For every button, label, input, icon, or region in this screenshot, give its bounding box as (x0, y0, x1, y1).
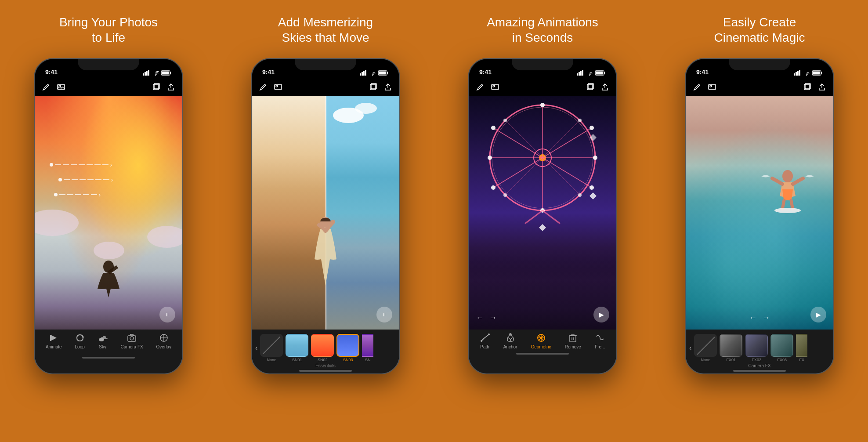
layers-icon-1[interactable] (152, 83, 160, 91)
fx-label-fx03: FX03 (778, 358, 787, 362)
fx-thumb-fx04[interactable] (796, 334, 807, 357)
layers-icon-4[interactable] (803, 83, 811, 91)
brush-icon-3[interactable] (476, 83, 485, 91)
sky-thumb-none[interactable] (260, 334, 283, 357)
svg-rect-92 (813, 72, 820, 75)
fx-thumb-fx03[interactable] (770, 334, 793, 357)
dash (103, 179, 109, 180)
path-tab[interactable]: Path (480, 333, 490, 349)
photo-icon-1[interactable] (57, 83, 65, 91)
share-icon-2[interactable] (383, 83, 392, 91)
camerafx-tab[interactable]: Camera FX (121, 333, 143, 349)
status-icons-2 (360, 70, 389, 76)
sky-sn03-option[interactable]: SN03 (336, 334, 359, 362)
panel-3-title: Amazing Animationsin Seconds (487, 12, 598, 47)
share-icon-4[interactable] (817, 83, 826, 91)
brush-icon-4[interactable] (693, 83, 702, 91)
panel-2: Add MesmerizingSkies that Move 9:41 (217, 0, 434, 442)
fx02-option[interactable]: FX02 (745, 334, 768, 362)
animate-icon (49, 333, 58, 343)
play-icon-3: ▶ (599, 311, 604, 318)
dash (59, 194, 65, 195)
photo-icon-4[interactable] (708, 83, 716, 91)
fx-chevron-left[interactable]: ‹ (689, 344, 691, 352)
nav-right-4[interactable]: → (762, 313, 770, 322)
svg-rect-32 (579, 72, 580, 76)
sky-sn02-option[interactable]: SN02 (311, 334, 334, 362)
sky-tab[interactable]: Sky (98, 333, 108, 349)
svg-rect-24 (379, 72, 386, 75)
play-button-4[interactable]: ▶ (810, 307, 826, 322)
svg-rect-1 (145, 72, 146, 76)
dot-2 (58, 178, 62, 181)
sky-chevron-left[interactable]: ‹ (255, 344, 257, 352)
geometric-tab[interactable]: Geometric (531, 333, 551, 349)
share-icon-3[interactable] (600, 83, 609, 91)
photo-icon-3[interactable] (491, 83, 499, 91)
nav-right-3[interactable]: → (489, 313, 497, 322)
share-icon-1[interactable] (166, 83, 175, 91)
layers-icon-3[interactable] (586, 83, 594, 91)
animate-tab[interactable]: Animate (46, 333, 62, 349)
brush-icon-2[interactable] (259, 83, 268, 91)
pause-button-2[interactable]: ⏸ (376, 307, 392, 322)
sky-thumb-sn04[interactable] (362, 334, 373, 357)
brush-icon-1[interactable] (42, 83, 51, 91)
fx03-option[interactable]: FX03 (770, 334, 793, 362)
home-indicator-1 (82, 353, 135, 362)
anchor-tab[interactable]: Anchor (503, 333, 517, 349)
remove-tab[interactable]: Remove (565, 333, 581, 349)
battery-icon-4 (812, 70, 823, 76)
svg-rect-7 (162, 72, 169, 75)
dash (72, 179, 78, 180)
fx-none-option[interactable]: None (694, 334, 717, 362)
sky-selector: ‹ None SN01 (252, 330, 399, 373)
overlay-tab[interactable]: Overlay (156, 333, 171, 349)
ferris-container: ← → ▶ (469, 96, 616, 330)
sky-sn04-option[interactable]: SN (362, 334, 373, 362)
fx04-option[interactable]: FX (796, 334, 807, 362)
control-tabs-1: Animate Loop (35, 333, 182, 349)
notch-2 (295, 59, 356, 70)
toolbar-left-3 (476, 83, 499, 91)
layers-icon-2[interactable] (369, 83, 377, 91)
fx-thumb-none[interactable] (694, 334, 717, 357)
sky-thumb-sn03[interactable] (336, 334, 359, 357)
fx-thumb-fx01[interactable] (720, 334, 742, 357)
geometric-icon (536, 333, 546, 343)
sky-thumb-sn02[interactable] (311, 334, 334, 357)
pause-button-1[interactable]: ⏸ (159, 307, 175, 322)
svg-rect-0 (143, 73, 144, 76)
nav-left-4[interactable]: ← (749, 313, 757, 322)
loop-label: Loop (75, 344, 85, 349)
svg-rect-6 (170, 72, 171, 74)
wifi-icon-4 (803, 70, 810, 76)
svg-rect-3 (148, 70, 149, 76)
motion-line-1: › (50, 161, 168, 168)
path-bar: Path Anchor (469, 330, 616, 373)
toolbar-left-1 (42, 83, 65, 91)
sky-none-option[interactable]: None (260, 334, 283, 362)
svg-point-59 (540, 103, 545, 107)
geometric-label: Geometric (531, 344, 551, 349)
play-icon-4: ▶ (816, 311, 821, 318)
fx01-option[interactable]: FX01 (720, 334, 742, 362)
free-tab[interactable]: Fre... (595, 333, 605, 349)
photo-icon-2[interactable] (274, 83, 282, 91)
dash (64, 179, 70, 180)
sky-sn01-option[interactable]: SN01 (286, 334, 308, 362)
motion-line-3: › (54, 191, 168, 198)
signal-icon-3 (577, 70, 584, 76)
svg-rect-88 (799, 70, 800, 76)
toolbar-1 (35, 78, 182, 96)
toolbar-2 (252, 78, 399, 96)
nav-left-3[interactable]: ← (476, 313, 484, 322)
status-time-2: 9:41 (262, 69, 275, 76)
play-button-3[interactable]: ▶ (593, 307, 609, 322)
main-image-4: ← → ▶ (686, 96, 833, 330)
sky-thumb-sn01[interactable] (286, 334, 308, 357)
loop-tab[interactable]: Loop (75, 333, 85, 349)
dot-3 (54, 193, 58, 196)
fx-thumb-fx02[interactable] (745, 334, 768, 357)
main-image-2: ⏸ (252, 96, 399, 330)
